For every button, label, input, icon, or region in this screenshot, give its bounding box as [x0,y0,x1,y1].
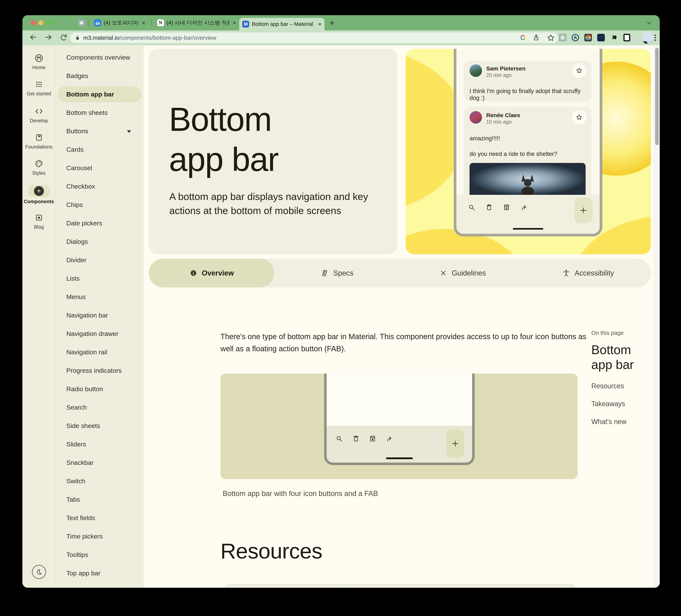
sidebar-item-sliders[interactable]: Sliders [56,435,144,453]
share-icon[interactable] [385,434,394,443]
sidebar-item-label: Carousel [66,164,92,172]
rail-item-label: Blog [22,224,55,230]
profile-avatar[interactable] [641,31,654,44]
bookmark-star-icon[interactable] [547,34,555,42]
sidebar-item-top-app-bar[interactable]: Top app bar [56,564,144,582]
on-this-page-link[interactable]: What's new [591,418,654,426]
zoom-window-button[interactable] [46,20,51,25]
sidebar-item-side-sheets[interactable]: Side sheets [56,417,144,435]
pinned-tab-chatgpt[interactable] [78,19,85,27]
share-icon[interactable] [520,203,528,212]
address-bar[interactable]: m3.material.io/components/bottom-app-bar… [70,32,558,43]
window-extension-icon[interactable] [624,34,630,42]
archive-icon[interactable] [369,434,377,443]
extensions-puzzle-icon[interactable] [610,33,618,42]
sidebar-item-bottom-sheets[interactable]: Bottom sheets [56,104,144,122]
intro-paragraph: There's one type of bottom app bar in Ma… [220,330,587,355]
tab-notion[interactable]: N (4) 사내 디자인 시스템 적용 실패기 × [154,15,239,30]
rail-item-home[interactable]: Home [22,53,55,71]
sidebar-item-tooltips[interactable]: Tooltips [56,545,144,564]
resource-cards-partial[interactable] [225,584,576,588]
tab-accessibility[interactable]: Accessibility [525,259,651,288]
rail-item-styles[interactable]: Styles [22,159,55,176]
sidebar-item-label: Side sheets [66,422,100,430]
sidebar-item-label: Time pickers [66,533,103,540]
sidebar-item-buttons[interactable]: Buttons [56,122,144,140]
sidebar-item-navigation-rail[interactable]: Navigation rail [56,343,144,361]
sidebar-item-label: Menus [66,293,86,301]
chevron-down-icon[interactable] [645,19,653,28]
browser-toolbar: m3.material.io/components/bottom-app-bar… [22,30,660,45]
sidebar-item-snackbar[interactable]: Snackbar [56,453,144,472]
sidebar-item-menus[interactable]: Menus [56,288,144,306]
sidebar-item-checkbox[interactable]: Checkbox [56,177,144,195]
colorful-extension-icon[interactable] [584,34,592,42]
sidebar-item-tabs[interactable]: Tabs [56,490,144,509]
sidebar-item-date-pickers[interactable]: Date pickers [56,214,144,233]
delete-icon[interactable] [485,203,493,212]
share-icon[interactable] [532,34,540,42]
message-card: Sam Pietersen 20 min ago I think I'm goi… [464,61,591,101]
tab-guidelines[interactable]: Guidelines [400,259,525,288]
sidebar-item-divider[interactable]: Divider [56,251,144,269]
tab-close-icon[interactable]: × [233,19,236,26]
page-scrollbar[interactable] [654,46,660,588]
rail-item-get-started[interactable]: Get started [22,79,55,97]
rail-item-foundations[interactable]: Foundations [22,133,55,150]
sidebar-item-cards[interactable]: Cards [56,140,144,159]
chrome-menu-icon[interactable] [655,34,656,41]
scrollbar-thumb[interactable] [655,48,659,145]
rail-item-develop[interactable]: Develop [22,106,55,124]
sidebar-item-dialogs[interactable]: Dialogs [56,233,144,251]
sidebar-item-navigation-drawer[interactable]: Navigation drawer [56,324,144,343]
sidebar-item-navigation-bar[interactable]: Navigation bar [56,306,144,324]
figure-caption: Bottom app bar with four icon buttons an… [223,489,378,498]
search-icon[interactable] [335,434,343,443]
sidebar-item-search[interactable]: Search [56,398,144,417]
sidebar-item-chips[interactable]: Chips [56,195,144,214]
sidebar-item-progress-indicators[interactable]: Progress indicators [56,361,144,380]
tab-overview[interactable]: Overview [149,259,274,288]
sidebar-item-text-fields[interactable]: Text fields [56,509,144,527]
favorite-button[interactable] [572,63,586,78]
rail-item-blog[interactable]: Blog [22,213,55,230]
google-icon[interactable]: G [520,34,526,42]
tab-close-icon[interactable]: × [318,21,322,28]
minimize-window-button[interactable] [39,20,43,25]
sidebar-item-components-overview[interactable]: Components overview [56,48,144,66]
reload-icon[interactable] [59,33,68,42]
sidebar-item-lists[interactable]: Lists [56,269,144,288]
rail-item-components[interactable]: + Components [22,185,55,205]
forward-icon[interactable] [44,33,53,42]
archive-icon[interactable] [502,203,511,212]
back-icon[interactable] [29,33,37,42]
sidebar-item-carousel[interactable]: Carousel [56,159,144,177]
delete-icon[interactable] [352,434,360,443]
sidebar-item-time-pickers[interactable]: Time pickers [56,527,144,545]
fab-button[interactable] [446,430,464,458]
dark-mode-toggle[interactable] [32,565,46,579]
close-window-button[interactable] [31,20,36,25]
sidebar-item-radio-button[interactable]: Radio button [56,380,144,398]
sidebar-item-switch[interactable]: Switch [56,472,144,490]
tab-material-bottom-app-bar[interactable]: M Bottom app bar – Material Desi × [239,18,325,30]
search-icon[interactable] [468,203,476,212]
tab-close-icon[interactable]: × [142,19,145,26]
guidelines-icon [439,269,448,277]
favorite-button[interactable] [572,110,586,125]
tab-autopedia[interactable]: (4) 오토피디아 × [91,15,148,30]
fab-button[interactable] [574,197,592,223]
new-tab-button[interactable]: + [329,18,335,28]
on-this-page-link[interactable]: Takeaways [591,400,654,408]
avatar [470,64,482,77]
sidebar-item-label: Components overview [66,54,130,61]
tab-divider [151,19,151,26]
tab-specs[interactable]: Specs [274,259,400,288]
sidebar-item-bottom-app-bar[interactable]: Bottom app bar [56,85,144,104]
rail-item-label: Develop [22,118,55,124]
navy-extension-icon[interactable] [597,34,605,42]
react-devtools-icon[interactable] [559,34,566,42]
circled-a-extension-icon[interactable]: A [572,34,579,41]
on-this-page-link[interactable]: Resources [591,382,654,390]
sidebar-item-badges[interactable]: Badges [56,66,144,85]
